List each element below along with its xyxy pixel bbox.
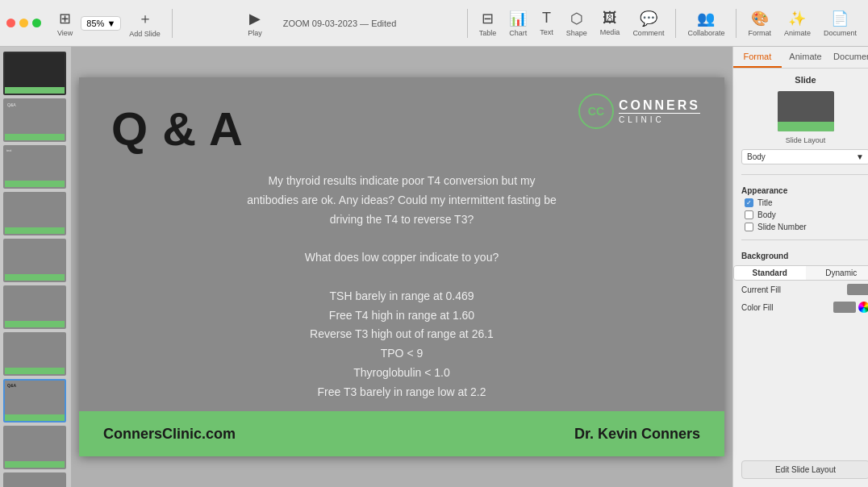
view-button[interactable]: ⊞ View — [52, 6, 77, 40]
zoom-chevron: ▼ — [106, 19, 115, 28]
comment-button[interactable]: 💬 Comment — [628, 6, 669, 40]
comment-icon: 💬 — [640, 10, 657, 27]
slide-thumb-2[interactable]: Q&A 2 — [3, 98, 66, 142]
chart-label: Chart — [509, 29, 527, 37]
slide-thumb-1[interactable]: 1 — [3, 52, 66, 95]
view-label: View — [57, 29, 73, 37]
tab-format[interactable]: Format — [733, 47, 782, 68]
add-slide-icon: ＋ — [138, 9, 152, 28]
animate-tab[interactable]: ✨ Animate — [779, 6, 816, 40]
slide[interactable]: CC CONNERS CLINIC Q & A My thyroid resul… — [79, 77, 724, 456]
color-fill-box — [833, 302, 856, 313]
comment-label: Comment — [632, 29, 664, 37]
current-fill-swatch — [847, 284, 868, 295]
logo-initials: CC — [588, 105, 604, 118]
zoom-value: 85% — [86, 19, 104, 28]
checkbox-title[interactable] — [745, 198, 753, 207]
toolbar-separator-4 — [736, 9, 737, 38]
animate-icon: ✨ — [788, 10, 806, 27]
add-slide-label: Add Slide — [129, 30, 161, 38]
table-button[interactable]: ⊟ Table — [474, 6, 502, 40]
close-button[interactable] — [6, 19, 15, 27]
divider-1 — [741, 174, 868, 175]
content-line-11: Thyroglobulin < 1.0 — [111, 364, 692, 383]
slide-content: My thyroid results indicate poor T4 conv… — [111, 172, 692, 440]
divider-2 — [741, 239, 868, 240]
content-line-9: Reverse T3 high out of range at 26.1 — [111, 325, 692, 344]
slide-footer: ConnersClinic.com Dr. Kevin Conners — [79, 411, 724, 456]
slide-thumb-4[interactable]: 4 — [3, 192, 66, 235]
slide-thumb-6[interactable]: 6 — [3, 285, 66, 329]
text-button[interactable]: T Text — [535, 6, 558, 40]
format-tab[interactable]: 🎨 Format — [743, 6, 776, 40]
checkbox-slide-number[interactable] — [745, 223, 753, 231]
content-line-10: TPO < 9 — [111, 344, 692, 364]
content-line-12: Free T3 barely in range low at 2.2 — [111, 383, 692, 402]
slide-thumb-3[interactable]: text 3 — [3, 145, 66, 189]
checkbox-title-label: Title — [757, 198, 773, 207]
logo-circle: CC — [578, 94, 614, 129]
slide-thumb-5[interactable]: 5 — [3, 239, 66, 282]
traffic-lights — [6, 19, 41, 27]
slide-canvas-area[interactable]: CC CONNERS CLINIC Q & A My thyroid resul… — [71, 47, 732, 487]
slide-logo: CC CONNERS CLINIC — [578, 94, 700, 129]
toolbar-separator-2 — [467, 9, 468, 38]
toolbar-center: ▶ Play ZOOM 09-03-2023 — Edited — [179, 6, 461, 40]
play-icon: ▶ — [249, 10, 261, 27]
view-icon: ⊞ — [59, 10, 71, 27]
shape-button[interactable]: ⬡ Shape — [561, 6, 592, 40]
checkbox-body[interactable] — [745, 210, 753, 219]
layout-dropdown[interactable]: Body ▼ — [741, 149, 868, 164]
checkbox-row-body: Body — [733, 209, 868, 221]
logo-brand: CONNERS — [619, 98, 700, 113]
layout-preview — [778, 91, 834, 131]
table-icon: ⊟ — [482, 10, 494, 27]
slide-thumb-8[interactable]: Q&A 8 — [3, 379, 66, 422]
color-picker-circle[interactable] — [858, 302, 868, 313]
main-toolbar: ⊞ View 85% ▼ ＋ Add Slide ▶ Play ZOOM 09-… — [0, 0, 868, 47]
slide-thumb-9[interactable]: 9 — [3, 426, 66, 469]
slide-thumb-7[interactable]: 7 — [3, 332, 66, 376]
checkbox-slide-number-label: Slide Number — [757, 223, 807, 231]
text-label: Text — [540, 28, 553, 36]
slide-thumb-10[interactable]: 10 — [3, 472, 66, 487]
document-tab[interactable]: 📄 Document — [819, 6, 862, 40]
right-panel: Format Animate Document Slide Slide Layo… — [732, 47, 868, 487]
collaborate-button[interactable]: 👥 Collaborate — [682, 6, 729, 40]
layout-value: Body — [747, 152, 766, 161]
text-icon: T — [542, 10, 551, 27]
right-panel-tabs: Format Animate Document — [733, 47, 868, 69]
minimize-button[interactable] — [19, 19, 28, 27]
footer-right: Dr. Kevin Conners — [574, 426, 700, 443]
chart-button[interactable]: 📊 Chart — [504, 6, 532, 40]
content-line-5: What does low copper indicate to you? — [111, 248, 692, 268]
tab-document[interactable]: Document — [829, 47, 868, 68]
document-label: Document — [824, 29, 857, 37]
shape-label: Shape — [566, 29, 587, 37]
format-label: Format — [748, 29, 771, 37]
toolbar-separator-3 — [675, 9, 676, 38]
table-label: Table — [479, 29, 497, 37]
current-fill-color — [847, 284, 868, 295]
format-icon: 🎨 — [751, 10, 769, 27]
maximize-button[interactable] — [32, 19, 41, 27]
app-title: ZOOM 09-03-2023 — Edited — [283, 19, 397, 28]
tab-animate[interactable]: Animate — [782, 47, 830, 68]
play-button[interactable]: ▶ Play — [243, 6, 267, 40]
content-line-2: antibodies are ok. Any ideas? Could my i… — [111, 191, 692, 210]
logo-text: CONNERS CLINIC — [619, 98, 700, 124]
layout-preview-bar — [778, 122, 834, 131]
media-button[interactable]: 🖼 Media — [595, 6, 625, 40]
bg-buttons: Standard Dynamic — [733, 265, 868, 281]
checkbox-row-slide-number: Slide Number — [733, 221, 868, 233]
add-slide-button[interactable]: ＋ Add Slide — [124, 6, 165, 41]
dropdown-chevron: ▼ — [856, 152, 864, 161]
zoom-control[interactable]: 85% ▼ — [81, 16, 121, 31]
toolbar-separator-1 — [172, 9, 173, 38]
collaborate-icon: 👥 — [697, 10, 715, 27]
color-fill-swatch — [833, 302, 868, 313]
edit-slide-layout-button[interactable]: Edit Slide Layout — [741, 460, 868, 479]
layout-label: Slide Layout — [733, 135, 868, 146]
bg-btn-dynamic[interactable]: Dynamic — [806, 266, 869, 280]
bg-btn-standard[interactable]: Standard — [734, 266, 806, 280]
